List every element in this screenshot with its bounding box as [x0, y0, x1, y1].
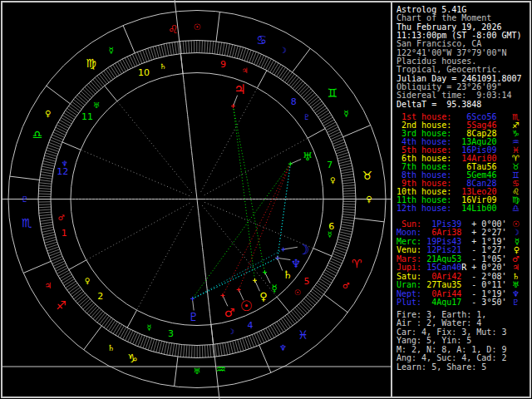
degree-tick — [185, 41, 186, 53]
degree-tick — [291, 77, 299, 87]
degree-tick — [38, 207, 51, 208]
planet-position-list: Sun: 1Pis39 + 0°00'☉Moon: 6Ari38 + 2°27'… — [397, 220, 520, 307]
degree-tick — [186, 345, 187, 357]
degree-tick — [210, 345, 211, 357]
sign-boundary-line — [259, 345, 271, 372]
degree-tick — [323, 120, 334, 126]
degree-tick — [285, 72, 293, 82]
degree-tick — [338, 237, 350, 240]
degree-tick — [318, 111, 328, 117]
degree-tick — [268, 60, 273, 71]
degree-tick — [270, 326, 277, 337]
degree-tick — [68, 106, 78, 113]
degree-tick — [51, 137, 62, 142]
degree-tick — [41, 172, 53, 175]
house-number: 8 — [291, 96, 297, 107]
degree-tick — [265, 59, 271, 70]
planet-velocity: - 3°50' — [466, 298, 506, 307]
degree-tick — [220, 343, 222, 356]
degree-tick — [52, 135, 63, 140]
degree-tick — [56, 127, 66, 133]
degree-tick — [224, 43, 227, 56]
degree-tick — [79, 93, 88, 101]
degree-tick — [44, 239, 56, 243]
degree-tick — [222, 42, 224, 55]
degree-tick — [121, 328, 126, 338]
degree-tick — [89, 306, 97, 315]
degree-tick — [328, 263, 339, 268]
degree-tick — [73, 99, 83, 106]
degree-tick — [93, 309, 101, 318]
house-ruler-icon: ♄ — [160, 62, 166, 71]
degree-tick — [289, 76, 297, 86]
degree-tick — [52, 259, 64, 264]
degree-tick — [101, 72, 109, 82]
degree-tick — [72, 289, 82, 297]
degree-tick — [54, 130, 65, 135]
degree-tick — [44, 237, 56, 240]
degree-tick — [192, 345, 193, 357]
house-cusp-line — [257, 71, 266, 88]
degree-tick — [277, 322, 283, 332]
house-number: 7 — [327, 160, 332, 170]
degree-tick — [180, 345, 182, 357]
house-number: 1 — [62, 228, 67, 239]
degree-tick — [56, 266, 66, 272]
mercury-icon: ☿ — [272, 283, 278, 294]
stat-line: Learn: 5, Share: 5 — [397, 363, 506, 372]
degree-tick — [304, 91, 313, 99]
degree-tick — [111, 322, 117, 332]
sign-boundary-line — [216, 12, 219, 42]
degree-tick — [106, 69, 113, 79]
house-cusp-value: 14Lib00 — [451, 204, 496, 213]
house-cusp-spoke — [117, 101, 192, 193]
degree-tick — [234, 46, 238, 57]
degree-tick — [342, 214, 355, 216]
degree-tick — [317, 283, 327, 290]
degree-tick — [339, 160, 352, 164]
degree-tick — [238, 340, 241, 352]
degree-tick — [319, 112, 330, 119]
house-cusp-spoke — [137, 206, 194, 310]
house-number: 3 — [168, 328, 174, 339]
house-cusp-line — [105, 86, 117, 101]
degree-tick — [191, 41, 192, 53]
degree-tick — [70, 104, 80, 111]
degree-tick — [170, 343, 172, 356]
degree-tick — [93, 79, 101, 88]
degree-tick — [175, 344, 177, 357]
degree-tick — [125, 57, 131, 68]
degree-tick — [297, 306, 305, 315]
planet-label: Uran: — [397, 281, 421, 289]
degree-tick — [135, 334, 140, 346]
degree-tick — [332, 140, 344, 145]
degree-tick — [329, 132, 341, 137]
degree-tick — [39, 214, 52, 216]
zodiac-sign-icon: ♐ — [57, 298, 67, 312]
degree-tick — [323, 117, 333, 124]
degree-tick — [77, 295, 86, 303]
degree-tick — [42, 166, 54, 169]
degree-tick — [328, 265, 338, 271]
degree-tick — [342, 185, 355, 186]
planet-pointer-line — [290, 160, 301, 165]
degree-tick — [313, 289, 323, 297]
degree-tick — [288, 314, 295, 324]
uranus-icon: ♅ — [303, 150, 313, 163]
astrolog-window: ♈♂♉♀♊☿♋☽♌☉♍☿♎♀♏♇♐♃♑♄♒♅♓♆1♂2♀3☿4☽5☉6☿7♀8♇… — [0, 0, 532, 399]
degree-tick — [71, 101, 81, 109]
degree-tick — [204, 41, 205, 53]
degree-tick — [58, 122, 69, 128]
degree-tick — [202, 41, 203, 53]
degree-tick — [50, 254, 62, 259]
degree-tick — [301, 303, 310, 312]
sign-ruler-icon: ♀ — [45, 109, 51, 118]
zodiac-sign-icon: ♈ — [352, 257, 362, 270]
degree-tick — [113, 65, 120, 76]
house-ruler-icon: ☿ — [328, 230, 332, 239]
degree-tick — [99, 74, 106, 84]
degree-tick — [86, 85, 95, 94]
degree-tick — [314, 287, 324, 294]
degree-tick — [320, 278, 331, 285]
degree-tick — [302, 89, 311, 97]
